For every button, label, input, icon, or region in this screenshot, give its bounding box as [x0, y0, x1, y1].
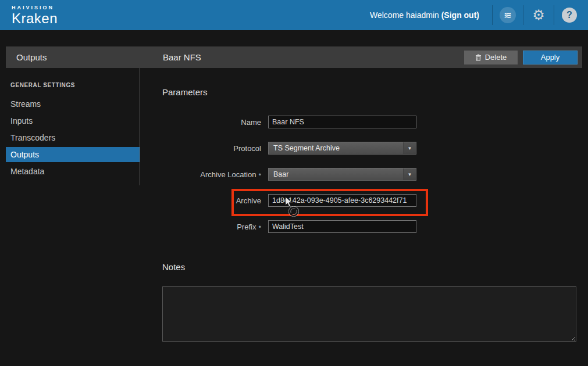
page-container: Outputs Baar NFS Delete Apply GENERAL SE… [6, 46, 582, 344]
name-input[interactable] [268, 116, 416, 128]
archive-location-row: Archive Location• Baar ▼ [162, 168, 576, 181]
main-panel: Parameters Name Protocol TS Segment Arch… [140, 68, 582, 344]
help-button[interactable]: ? [559, 5, 580, 26]
sidebar: GENERAL SETTINGS Streams Inputs Transcod… [6, 68, 140, 344]
delete-button-label: Delete [485, 53, 507, 62]
archive-row: Archive [162, 194, 576, 207]
protocol-label: Protocol [162, 144, 268, 153]
sidebar-item-metadata[interactable]: Metadata [6, 164, 140, 179]
notes-textarea[interactable] [162, 286, 576, 342]
name-label: Name [162, 118, 268, 127]
archive-input[interactable] [268, 194, 416, 207]
trash-icon [475, 54, 482, 61]
parameters-heading: Parameters [162, 87, 576, 97]
sign-out-link[interactable]: (Sign out) [441, 10, 479, 20]
page-toolbar: Outputs Baar NFS Delete Apply [6, 46, 582, 68]
required-dot: • [258, 170, 261, 179]
archive-location-dropdown[interactable]: Baar ▼ [268, 168, 416, 181]
notes-heading: Notes [162, 262, 576, 272]
sidebar-item-inputs[interactable]: Inputs [6, 113, 140, 128]
prefix-label-text: Prefix [237, 223, 256, 231]
topbar-separator [554, 5, 554, 25]
protocol-row: Protocol TS Segment Archive ▼ [162, 142, 576, 155]
section-label: Outputs [6, 52, 141, 62]
welcome-text: Welcome haiadmin (Sign out) [370, 10, 479, 20]
stream-waves-icon: ≋ [500, 7, 516, 23]
top-bar: HAIVISION Kraken Welcome haiadmin (Sign … [0, 0, 588, 30]
sidebar-item-outputs[interactable]: Outputs [6, 147, 140, 162]
protocol-dropdown[interactable]: TS Segment Archive ▼ [268, 142, 416, 155]
gear-icon: ⚙ [532, 8, 545, 22]
required-dot: • [258, 223, 261, 231]
name-row: Name [162, 116, 576, 128]
archive-location-label: Archive Location• [162, 170, 268, 179]
chevron-down-icon: ▼ [403, 168, 416, 180]
settings-button[interactable]: ⚙ [528, 5, 549, 26]
prefix-input[interactable] [268, 220, 416, 233]
brand-haivision: HAIVISION [12, 5, 58, 10]
topbar-separator [492, 5, 493, 25]
archive-location-label-text: Archive Location [200, 170, 256, 179]
sidebar-heading: GENERAL SETTINGS [6, 82, 140, 96]
apply-button[interactable]: Apply [523, 51, 578, 64]
archive-location-selected-value: Baar [273, 170, 288, 178]
protocol-selected-value: TS Segment Archive [273, 144, 340, 152]
sidebar-item-transcoders[interactable]: Transcoders [6, 130, 140, 145]
welcome-prefix: Welcome haiadmin [370, 10, 441, 20]
topbar-separator [523, 5, 523, 25]
stream-status-button[interactable]: ≋ [497, 5, 518, 26]
prefix-label: Prefix• [162, 223, 268, 231]
help-icon: ? [562, 8, 577, 23]
archive-label: Archive [162, 196, 268, 205]
delete-button[interactable]: Delete [464, 51, 518, 64]
page-title: Baar NFS [141, 52, 464, 62]
apply-button-label: Apply [541, 53, 560, 62]
prefix-row: Prefix• [162, 220, 576, 233]
brand-kraken: Kraken [12, 12, 58, 26]
brand-logo: HAIVISION Kraken [12, 5, 58, 26]
sidebar-item-streams[interactable]: Streams [6, 96, 140, 112]
chevron-down-icon: ▼ [403, 142, 416, 154]
